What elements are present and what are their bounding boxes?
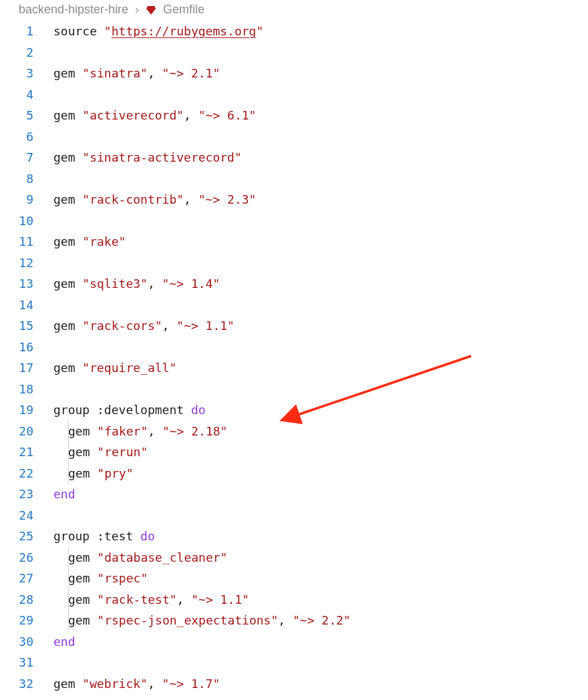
line-number: 15 (0, 315, 53, 337)
code-line[interactable]: 4 (0, 84, 588, 106)
code-line[interactable]: 22gem "pry" (0, 463, 588, 484)
line-number: 9 (0, 189, 53, 210)
code-line[interactable]: 8 (0, 168, 588, 190)
code-line[interactable]: 5gem "activerecord", "~> 6.1" (0, 105, 588, 126)
code-line[interactable]: 21gem "rerun" (0, 442, 588, 463)
code-line[interactable]: 25group :test do (0, 526, 588, 547)
code-line[interactable]: 27gem "rspec" (0, 568, 588, 589)
code-line[interactable]: 26gem "database_cleaner" (0, 547, 588, 568)
code-line[interactable]: 15gem "rack-cors", "~> 1.1" (0, 315, 588, 337)
line-number: 21 (0, 442, 53, 463)
code-line[interactable]: 32gem "webrick", "~> 1.7" (0, 673, 588, 695)
code-line[interactable]: 9gem "rack-contrib", "~> 2.3" (0, 189, 588, 210)
line-number: 31 (0, 652, 53, 673)
line-number: 8 (0, 168, 53, 190)
line-number: 4 (0, 84, 53, 106)
line-number: 10 (0, 210, 53, 232)
line-number: 20 (0, 421, 53, 442)
line-number: 30 (0, 631, 53, 653)
breadcrumb-root[interactable]: backend-hipster-hire (19, 3, 128, 17)
line-number: 5 (0, 105, 53, 126)
line-number: 29 (0, 610, 53, 631)
code-content: gem "webrick", "~> 1.7" (53, 673, 220, 695)
code-line[interactable]: 24 (0, 505, 588, 526)
code-content: gem "rerun" (68, 442, 148, 463)
line-number: 6 (0, 126, 53, 148)
code-line[interactable]: 31 (0, 652, 588, 673)
line-number: 13 (0, 273, 53, 295)
code-line[interactable]: 3gem "sinatra", "~> 2.1" (0, 63, 588, 84)
code-content: gem "database_cleaner" (68, 547, 227, 568)
code-content: source "https://rubygems.org" (53, 21, 263, 42)
line-number: 18 (0, 379, 53, 400)
breadcrumb: backend-hipster-hire › Gemfile (0, 0, 588, 21)
code-line[interactable]: 11gem "rake" (0, 231, 588, 252)
code-content: end (53, 631, 76, 653)
code-line[interactable]: 23end (0, 484, 588, 505)
code-line[interactable]: 7gem "sinatra-activerecord" (0, 147, 588, 168)
code-line[interactable]: 14 (0, 295, 588, 316)
code-content: group :test do (53, 526, 155, 547)
code-content: group :development do (53, 399, 206, 421)
code-content: gem "sinatra", "~> 2.1" (53, 63, 220, 84)
line-number: 7 (0, 147, 53, 168)
code-line[interactable]: 18 (0, 379, 588, 400)
code-line[interactable]: 10 (0, 210, 588, 232)
line-number: 28 (0, 589, 53, 610)
code-line[interactable]: 12 (0, 252, 588, 274)
code-content: gem "rack-cors", "~> 1.1" (53, 315, 235, 337)
code-content: gem "pry" (68, 463, 134, 484)
code-line[interactable]: 29gem "rspec-json_expectations", "~> 2.2… (0, 610, 588, 631)
line-number: 23 (0, 484, 53, 505)
line-number: 27 (0, 568, 53, 589)
code-line[interactable]: 13gem "sqlite3", "~> 1.4" (0, 273, 588, 295)
code-line[interactable]: 6 (0, 126, 588, 148)
code-content: gem "rake" (53, 231, 126, 252)
code-line[interactable]: 30end (0, 631, 588, 653)
line-number: 12 (0, 252, 53, 274)
line-number: 22 (0, 463, 53, 484)
line-number: 25 (0, 526, 53, 547)
code-line[interactable]: 20gem "faker", "~> 2.18" (0, 421, 588, 442)
chevron-right-icon: › (135, 3, 139, 17)
line-number: 11 (0, 231, 53, 252)
line-number: 2 (0, 42, 53, 63)
line-number: 3 (0, 63, 53, 84)
code-line[interactable]: 17gem "require_all" (0, 357, 588, 379)
code-line[interactable]: 2 (0, 42, 588, 63)
line-number: 26 (0, 547, 53, 568)
code-content: gem "rspec" (68, 568, 148, 589)
line-number: 14 (0, 295, 53, 316)
line-number: 17 (0, 357, 53, 379)
code-content: gem "activerecord", "~> 6.1" (53, 105, 256, 126)
code-content: gem "faker", "~> 2.18" (68, 421, 227, 442)
line-number: 24 (0, 505, 53, 526)
code-content: gem "sqlite3", "~> 1.4" (53, 273, 220, 295)
code-content: end (53, 484, 76, 505)
line-number: 1 (0, 21, 53, 42)
code-content: gem "sinatra-activerecord" (53, 147, 242, 168)
line-number: 19 (0, 399, 53, 421)
code-line[interactable]: 19group :development do (0, 399, 588, 421)
code-content: gem "require_all" (53, 357, 176, 379)
ruby-file-icon (146, 5, 156, 15)
code-line[interactable]: 28gem "rack-test", "~> 1.1" (0, 589, 588, 610)
line-number: 32 (0, 673, 53, 695)
code-content: gem "rspec-json_expectations", "~> 2.2" (68, 610, 351, 631)
line-number: 16 (0, 337, 53, 358)
breadcrumb-file[interactable]: Gemfile (163, 3, 204, 17)
code-line[interactable]: 16 (0, 337, 588, 358)
code-line[interactable]: 1source "https://rubygems.org" (0, 21, 588, 42)
code-editor[interactable]: 1source "https://rubygems.org"23gem "sin… (0, 21, 588, 694)
code-content: gem "rack-test", "~> 1.1" (68, 589, 249, 610)
code-content: gem "rack-contrib", "~> 2.3" (53, 189, 256, 210)
